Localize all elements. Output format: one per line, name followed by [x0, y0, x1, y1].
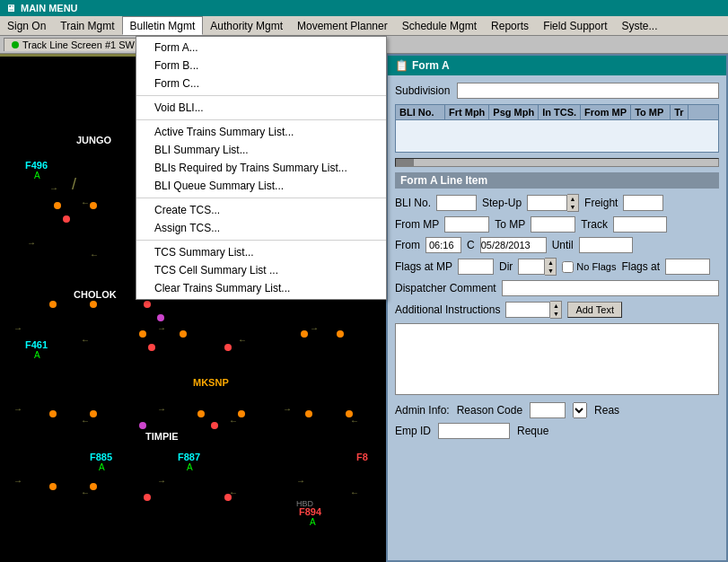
from-mp-label: From MP: [395, 218, 439, 231]
arrow-6: ←: [81, 335, 90, 345]
no-flags-checkbox[interactable]: [562, 261, 574, 273]
dropdown-sep-2: [136, 119, 386, 120]
add-text-button[interactable]: Add Text: [567, 302, 622, 318]
station-jungo: JUNGO: [76, 135, 111, 145]
signal-17: [197, 410, 205, 417]
title-bar-label: MAIN MENU: [21, 3, 78, 13]
additional-input[interactable]: [505, 302, 550, 318]
arrow-17: ←: [81, 487, 90, 497]
signal-5: [90, 301, 97, 308]
menu-reports[interactable]: Reports: [484, 16, 536, 35]
arrow-12: →: [283, 404, 292, 414]
arrow-21: ←: [350, 487, 359, 497]
signal-14: [49, 410, 57, 417]
menu-authority-mgmt[interactable]: Authority Mgmt: [203, 16, 290, 35]
horizontal-scrollbar[interactable]: [395, 158, 719, 167]
menu-train-mgmt[interactable]: Train Mgmt: [53, 16, 121, 35]
train-f461-label: F461: [25, 339, 48, 350]
dropdown-void-bli[interactable]: Void BLI...: [136, 99, 386, 117]
menu-system[interactable]: Syste...: [615, 16, 665, 35]
reason-code-select[interactable]: [573, 402, 587, 418]
track-input[interactable]: [613, 216, 667, 233]
dropdown-assign-tcs[interactable]: Assign TCS...: [136, 219, 386, 237]
step-up-input[interactable]: [527, 195, 567, 211]
menu-schedule-mgmt[interactable]: Schedule Mgmt: [395, 16, 484, 35]
dir-input[interactable]: [518, 259, 545, 275]
emp-id-label: Emp ID: [395, 425, 431, 437]
until-input[interactable]: [579, 237, 633, 253]
signal-15: [90, 410, 97, 417]
from-date-wrapper: 05/28/2013: [480, 237, 547, 253]
emp-row: Emp ID Reque: [395, 423, 719, 439]
instructions-textarea[interactable]: [395, 323, 719, 395]
dropdown-create-tcs[interactable]: Create TCS...: [136, 201, 386, 219]
to-mp-label: To MP: [495, 218, 525, 231]
dropdown-form-c[interactable]: Form C...: [136, 75, 386, 92]
signal-9: [180, 330, 187, 338]
dropdown-tcs-cell[interactable]: TCS Cell Summary List ...: [136, 261, 386, 279]
admin-info-label: Admin Info:: [395, 404, 450, 417]
additional-instructions-label: Additional Instructions: [395, 303, 500, 316]
additional-up-btn[interactable]: ▲: [550, 302, 561, 310]
additional-spinner-btns: ▲ ▼: [550, 301, 562, 319]
title-bar: 🖥 MAIN MENU: [0, 0, 728, 16]
step-up-spinner-btns: ▲ ▼: [567, 194, 579, 212]
signal-21: [211, 422, 218, 429]
flags-at-label: Flags at: [621, 260, 660, 273]
arrow-18: →: [157, 476, 166, 486]
menu-sign-on[interactable]: Sign On: [0, 16, 53, 35]
switch-jungo: /: [72, 175, 76, 194]
dropdown-blis-required[interactable]: BLIs Required by Trains Summary List...: [136, 159, 386, 177]
station-cholok: CHOLOK: [74, 289, 117, 300]
form-panel: 📋 Form A Subdivision BLI No. Frt Mph Ps: [386, 54, 728, 562]
bulletin-mgmt-dropdown: Form A... Form B... Form C... Void BLI..…: [136, 36, 387, 300]
dropdown-form-b[interactable]: Form B...: [136, 57, 386, 75]
flags-at-mp-input[interactable]: [458, 259, 494, 275]
additional-down-btn[interactable]: ▼: [550, 310, 561, 318]
arrow-1: →: [49, 183, 58, 193]
arrow-16: →: [13, 476, 22, 486]
menu-bulletin-mgmt[interactable]: Bulletin Mgmt: [122, 16, 204, 35]
reas-label: Reas: [594, 404, 619, 417]
reason-code-input[interactable]: [530, 402, 566, 418]
form-section-header: Form A Line Item: [395, 172, 719, 189]
menu-field-support[interactable]: Field Support: [536, 16, 614, 35]
field-row-2: From MP To MP Track: [395, 216, 719, 233]
no-flags-text: No Flags: [576, 261, 616, 272]
signal-12: [148, 344, 155, 351]
step-down-btn[interactable]: ▼: [567, 203, 578, 211]
signal-25: [224, 494, 232, 501]
from-mp-input[interactable]: [444, 216, 489, 233]
col-from-mp: From MP: [581, 105, 631, 119]
flags-at-input[interactable]: [665, 259, 710, 275]
freight-input[interactable]: [623, 195, 663, 211]
dir-up-btn[interactable]: ▲: [545, 259, 556, 267]
step-up-label: Step-Up: [482, 197, 522, 209]
col-bli-no[interactable]: BLI No.: [396, 105, 445, 119]
from-date-select[interactable]: 05/28/2013: [480, 237, 547, 253]
emp-id-input[interactable]: [438, 423, 510, 439]
dropdown-bli-summary[interactable]: BLI Summary List...: [136, 141, 386, 159]
bli-no-input[interactable]: [436, 195, 477, 211]
dropdown-tcs-summary[interactable]: TCS Summary List...: [136, 243, 386, 261]
subdivision-select[interactable]: [457, 83, 719, 99]
tab-dot: [12, 41, 19, 48]
arrow-7: →: [157, 323, 166, 333]
dropdown-form-a[interactable]: Form A...: [136, 39, 386, 57]
dropdown-active-trains[interactable]: Active Trains Summary List...: [136, 123, 386, 141]
form-title: Form A: [412, 59, 450, 72]
freight-label: Freight: [584, 197, 618, 209]
step-up-btn[interactable]: ▲: [567, 195, 578, 203]
dir-spinner-btns: ▲ ▼: [545, 258, 557, 276]
dropdown-bli-queue[interactable]: BLI Queue Summary List...: [136, 177, 386, 195]
from-time-input[interactable]: [425, 237, 461, 253]
menu-bar: Sign On Train Mgmt Bulletin Mgmt Authori…: [0, 16, 728, 36]
menu-movement-planner[interactable]: Movement Planner: [290, 16, 395, 35]
no-flags-label[interactable]: No Flags: [562, 261, 616, 273]
to-mp-input[interactable]: [531, 216, 575, 233]
subdivision-select-wrapper: [457, 83, 719, 99]
dropdown-clear-trains[interactable]: Clear Trains Summary List...: [136, 279, 386, 297]
signal-6: [144, 301, 151, 308]
dispatcher-comment-input[interactable]: [502, 280, 719, 296]
dir-down-btn[interactable]: ▼: [545, 267, 556, 275]
